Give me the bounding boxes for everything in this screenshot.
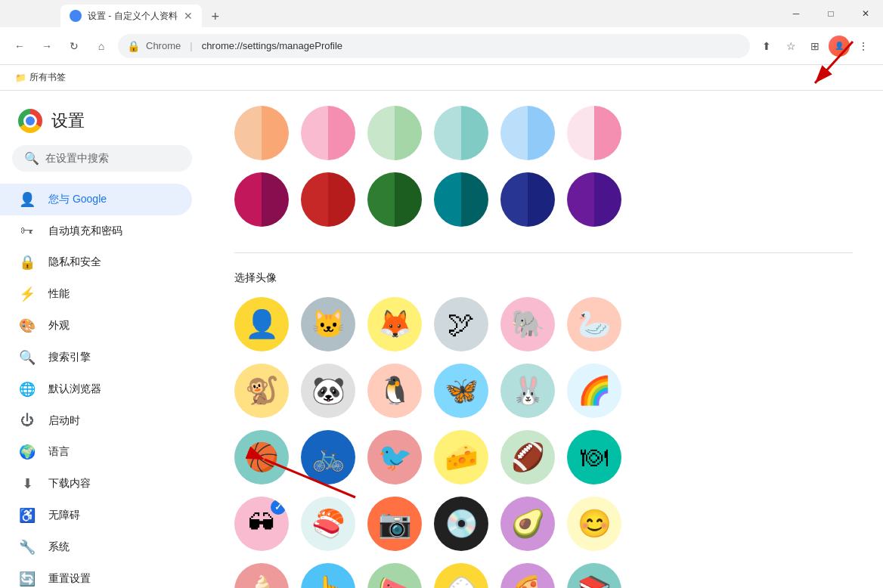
color-circle-row2-5[interactable]	[567, 172, 621, 227]
avatar-origami-emoji: 🦢	[578, 308, 612, 340]
avatar-cat-emoji: 🐱	[311, 308, 345, 340]
avatar-sushi[interactable]: 🍣	[301, 497, 355, 551]
avatar-monkey[interactable]: 🐒	[234, 364, 289, 418]
avatar-pizza[interactable]: 🍕	[500, 563, 555, 588]
avatar-grid-container: 👤🐱🦊🕊🐘🦢🐒🐼🐧🦋🐰🌈🏀🚲🐦🧀🏈🍽🕶🍣📷💿🥑😊🍦👆🍉🍙🍕📚	[234, 297, 853, 588]
avatar-sunglasses[interactable]: 🕶	[234, 497, 289, 551]
color-circle-row1-4[interactable]	[500, 106, 555, 160]
sidebar-item-appearance[interactable]: 🎨外观	[0, 310, 192, 342]
main-content: 选择头像 👤🐱🦊🕊🐘🦢🐒🐼🐧🦋🐰🌈🏀🚲🐦🧀🏈🍽🕶🍣📷💿🥑😊🍦👆🍉🍙🍕📚	[204, 91, 883, 588]
color-circle-row2-2[interactable]	[367, 172, 422, 227]
avatar-cat[interactable]: 🐱	[301, 297, 355, 351]
avatar-elephant[interactable]: 🐘	[500, 297, 555, 351]
avatar-butterfly[interactable]: 🦋	[434, 364, 488, 418]
bookmark-button[interactable]: ☆	[780, 36, 801, 57]
back-button[interactable]: ←	[9, 36, 30, 57]
extension-button[interactable]: ⊞	[804, 36, 826, 57]
avatar-cheese[interactable]: 🧀	[434, 430, 488, 484]
avatar-camera[interactable]: 📷	[367, 497, 422, 551]
active-tab[interactable]: 设置 - 自定义个人资料 ✕	[60, 5, 202, 27]
sidebar-item-search[interactable]: 🔍搜索引擎	[0, 342, 192, 373]
avatar-penguin[interactable]: 🐧	[367, 364, 422, 418]
avatar-rabbit-emoji: 🐰	[511, 375, 545, 407]
avatar-panda[interactable]: 🐼	[301, 364, 355, 418]
address-bar-input[interactable]: 🔒 Chrome | chrome://settings/manageProfi…	[118, 34, 750, 58]
avatar-avocado[interactable]: 🥑	[500, 497, 555, 551]
color-circle-row2-4[interactable]	[500, 172, 555, 227]
avatar-monkey-emoji: 🐒	[245, 375, 279, 407]
sidebar-item-language[interactable]: 🌍语言	[0, 436, 192, 468]
avatar-sushi-emoji: 🍣	[311, 508, 345, 540]
avatar-rice[interactable]: 🍙	[434, 563, 488, 588]
sidebar-item-privacy[interactable]: 🔒隐私和安全	[0, 246, 192, 278]
sidebar-item-reset[interactable]: 🔄重置设置	[0, 563, 192, 588]
bookmarks-label: 所有书签	[29, 71, 66, 84]
avatar-bike[interactable]: 🚲	[301, 430, 355, 484]
refresh-button[interactable]: ↻	[64, 36, 85, 57]
avatar-crane[interactable]: 🕊	[434, 297, 488, 351]
color-circle-row1-5[interactable]	[567, 106, 621, 160]
avatar-vinyl[interactable]: 💿	[434, 497, 488, 551]
color-circle-row2-3[interactable]	[434, 172, 488, 227]
avatar-row-1: 🐒🐼🐧🦋🐰🌈	[234, 364, 853, 418]
sidebar-item-downloads[interactable]: ⬇下载内容	[0, 468, 192, 500]
avatar-fox-emoji: 🦊	[378, 308, 412, 340]
avatar-bike-emoji: 🚲	[311, 441, 345, 473]
tab-close-button[interactable]: ✕	[184, 10, 193, 22]
color-circle-row1-2[interactable]	[367, 106, 422, 160]
avatar-row-3: 🕶🍣📷💿🥑😊	[234, 497, 853, 551]
color-circle-row2-0[interactable]	[234, 172, 289, 227]
bookmarks-folder[interactable]: 📁 所有书签	[9, 68, 72, 87]
avatar-basketball[interactable]: 🏀	[234, 430, 289, 484]
avatar-rainbow[interactable]: 🌈	[567, 364, 621, 418]
avatar-rainbow-emoji: 🌈	[578, 375, 612, 407]
avatar-butterfly-emoji: 🦋	[445, 375, 479, 407]
color-circle-row2-1[interactable]	[301, 172, 355, 227]
settings-title: 设置	[51, 110, 85, 132]
avatar-football[interactable]: 🏈	[500, 430, 555, 484]
avatar-origami[interactable]: 🦢	[567, 297, 621, 351]
sidebar-item-system[interactable]: 🔧系统	[0, 531, 192, 563]
minimize-button[interactable]: ─	[779, 0, 813, 27]
avatar-cursor[interactable]: 👆	[301, 563, 355, 588]
sidebar-item-startup[interactable]: ⏻启动时	[0, 405, 192, 436]
avatar-smile[interactable]: 😊	[567, 497, 621, 551]
save-page-button[interactable]: ⬆	[756, 36, 777, 57]
avatar-fox[interactable]: 🦊	[367, 297, 422, 351]
sidebar-item-autofill[interactable]: 🗝自动填充和密码	[0, 215, 192, 246]
folder-icon: 📁	[15, 73, 26, 83]
color-row-2	[234, 172, 853, 227]
new-tab-button[interactable]: +	[205, 6, 226, 27]
avatar-plate[interactable]: 🍽	[567, 430, 621, 484]
sidebar-item-performance[interactable]: ⚡性能	[0, 278, 192, 310]
avatar-icecream[interactable]: 🍦	[234, 563, 289, 588]
avatar-icecream-emoji: 🍦	[245, 574, 279, 588]
google-label: 您与 Google	[48, 193, 107, 206]
avatar-book[interactable]: 📚	[567, 563, 621, 588]
more-button[interactable]: ⋮	[853, 36, 874, 57]
maximize-button[interactable]: □	[813, 0, 848, 27]
color-circle-row1-1[interactable]	[301, 106, 355, 160]
sidebar-item-google[interactable]: 👤您与 Google	[0, 184, 192, 215]
color-circle-row1-3[interactable]	[434, 106, 488, 160]
chrome-logo-icon	[18, 109, 42, 133]
url-text: chrome://settings/manageProfile	[202, 40, 342, 51]
sidebar-item-browser[interactable]: 🌐默认浏览器	[0, 373, 192, 405]
avatar-row-2: 🏀🚲🐦🧀🏈🍽	[234, 430, 853, 484]
avatar-watermelon[interactable]: 🍉	[367, 563, 422, 588]
search-label: 搜索引擎	[48, 351, 91, 364]
performance-label: 性能	[48, 287, 70, 301]
forward-button[interactable]: →	[36, 36, 57, 57]
avatar-rabbit[interactable]: 🐰	[500, 364, 555, 418]
sidebar-item-accessibility[interactable]: ♿无障碍	[0, 500, 192, 531]
avatar-person[interactable]: 👤	[234, 297, 289, 351]
avatar-vinyl-emoji: 💿	[445, 508, 479, 540]
profile-button[interactable]: 👤	[829, 36, 850, 57]
close-button[interactable]: ✕	[848, 0, 883, 27]
downloads-icon: ⬇	[18, 475, 36, 492]
avatar-cheese-emoji: 🧀	[445, 441, 479, 473]
avatar-bird[interactable]: 🐦	[367, 430, 422, 484]
color-circle-row1-0[interactable]	[234, 106, 289, 160]
search-bar[interactable]: 🔍 在设置中搜索	[12, 145, 192, 172]
home-button[interactable]: ⌂	[91, 36, 112, 57]
